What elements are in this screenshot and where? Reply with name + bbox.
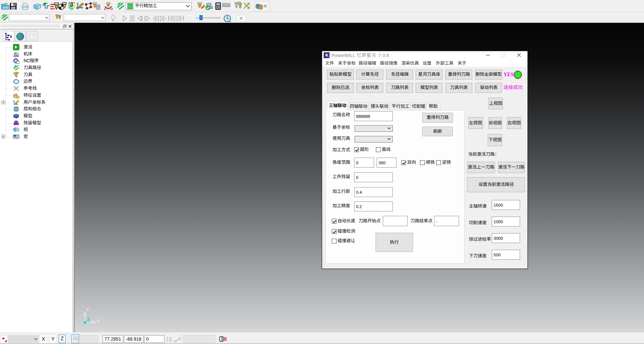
svg-text:Z: Z bbox=[87, 317, 90, 323]
svg-text:Z: Z bbox=[167, 339, 168, 342]
svg-text:Y: Y bbox=[86, 307, 89, 312]
svg-text:X: X bbox=[167, 337, 168, 339]
svg-text:X: X bbox=[97, 318, 100, 324]
